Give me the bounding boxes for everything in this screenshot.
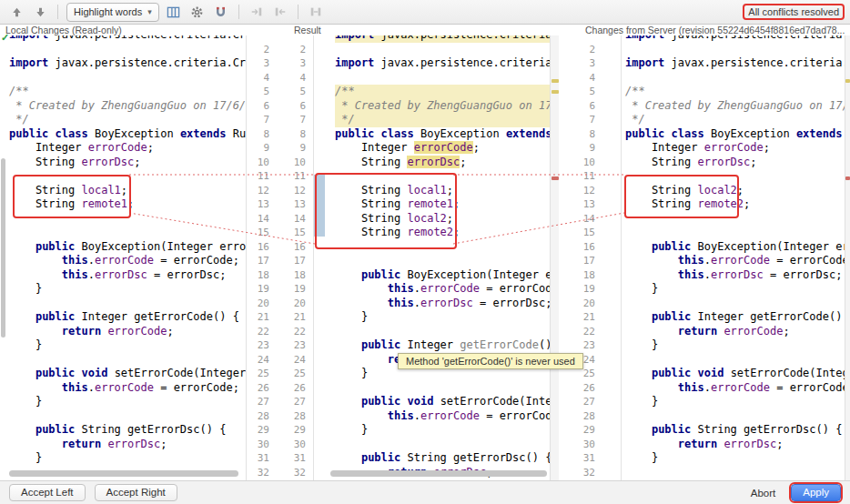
- warning-stripe-mark[interactable]: [551, 79, 559, 83]
- apply-all-non-conflicting-icon: [248, 3, 266, 21]
- inspection-tooltip: Method 'getErrorCode()' is never used: [398, 353, 583, 369]
- magnet-icon[interactable]: [212, 3, 230, 21]
- highlight-mode-dropdown[interactable]: Highlight words ▾: [66, 3, 159, 22]
- editor-local[interactable]: import javax.persistence.criteria.Criter…: [6, 35, 246, 480]
- result-gutter: 2345678910111213141516171819202122232425…: [278, 35, 313, 480]
- previous-difference-icon[interactable]: [7, 3, 25, 21]
- local-gutter: 2345678910111213141516171819202122232425…: [246, 35, 278, 480]
- local-panel-title: Local Changes (Read-only): [5, 25, 122, 35]
- merge-editor-area: import javax.persistence.criteria.Criter…: [0, 35, 850, 480]
- result-conflict-change-bar[interactable]: [314, 175, 325, 237]
- result-error-stripe[interactable]: [550, 35, 559, 480]
- server-error-stripe[interactable]: [845, 35, 850, 480]
- result-horizontal-scrollbar[interactable]: [330, 470, 547, 477]
- chevron-down-icon: ▾: [147, 7, 152, 16]
- apply-right-non-conflicting-icon: [307, 3, 325, 21]
- result-change-marker-gutter: [313, 35, 328, 480]
- next-difference-icon[interactable]: [31, 3, 49, 21]
- settings-gear-icon[interactable]: [188, 3, 207, 21]
- apply-left-non-conflicting-icon: [271, 3, 289, 21]
- result-panel-title: Result: [294, 25, 321, 35]
- server-panel-title: Changes from Server (revision 55224d6454…: [585, 25, 850, 35]
- server-change-marker-gutter: [602, 35, 621, 480]
- viewer-layout-icon[interactable]: [165, 3, 183, 21]
- highlight-mode-label: Highlight words: [74, 6, 142, 17]
- toolbar-separator: [238, 5, 239, 19]
- apply-button[interactable]: Apply: [791, 484, 841, 501]
- all-changes-processed-check-icon: ✓: [1, 32, 9, 44]
- bottom-button-bar: Accept Left Accept Right Abort Apply: [0, 480, 850, 504]
- server-gutter: 2345678910111213141516171819202122232425…: [559, 35, 602, 480]
- conflict-stripe-mark[interactable]: [551, 176, 559, 180]
- conflicts-status-badge: All conflicts resolved: [744, 5, 843, 18]
- toolbar-separator: [298, 5, 299, 19]
- local-vertical-scrollbar[interactable]: [0, 35, 6, 480]
- toolbar: Highlight words ▾: [0, 0, 850, 25]
- toolbar-separator: [57, 5, 58, 19]
- panel-headers: Local Changes (Read-only) Result Changes…: [0, 25, 850, 35]
- local-horizontal-scrollbar[interactable]: [9, 470, 238, 477]
- editor-result[interactable]: import javax.persistence.criteria.Criter…: [328, 35, 550, 480]
- warning-stripe-mark[interactable]: [845, 79, 850, 83]
- warning-stripe-mark[interactable]: [551, 90, 559, 94]
- accept-right-button[interactable]: Accept Right: [95, 484, 177, 501]
- accept-left-button[interactable]: Accept Left: [9, 484, 86, 501]
- abort-button[interactable]: Abort: [744, 484, 783, 501]
- conflict-stripe-mark[interactable]: [845, 176, 850, 180]
- editor-server[interactable]: import javax.persistence.criteria.Criter…: [621, 35, 845, 480]
